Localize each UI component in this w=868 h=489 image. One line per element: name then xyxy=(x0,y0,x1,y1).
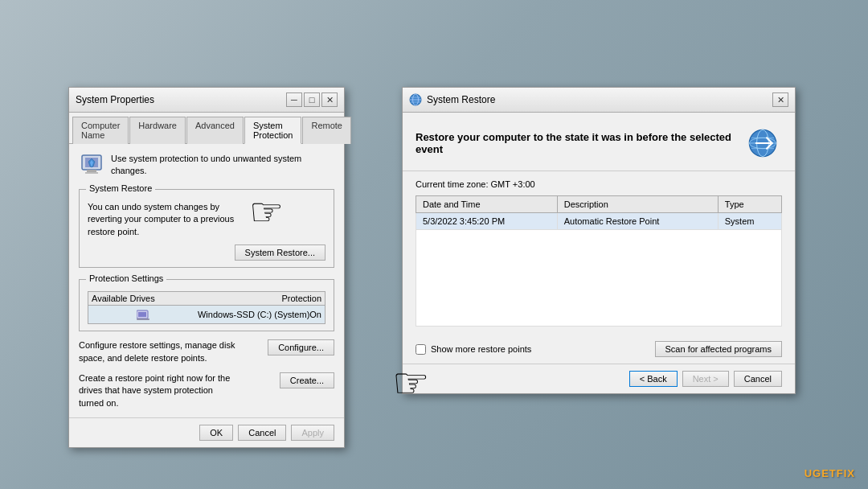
protection-list: Available Drives Protection Windows-SSD … xyxy=(88,291,326,324)
plist-row[interactable]: Windows-SSD (C:) (System) On xyxy=(88,306,325,323)
system-restore-titlebar: System Restore ✕ xyxy=(403,88,795,113)
close-button[interactable]: ✕ xyxy=(321,92,338,107)
ok-button[interactable]: OK xyxy=(199,425,233,441)
system-restore-dialog: System Restore ✕ Restore your computer t… xyxy=(402,87,796,394)
create-description: Create a restore point right now for the… xyxy=(79,372,240,409)
protection-settings-group: Protection Settings Available Drives Pro… xyxy=(79,279,334,331)
restore-header-text: Restore your computer to the state it wa… xyxy=(416,131,743,155)
tab-computer-name[interactable]: Computer Name xyxy=(72,117,129,144)
maximize-button[interactable]: □ xyxy=(304,92,320,107)
create-button[interactable]: Create... xyxy=(280,372,334,388)
svg-rect-5 xyxy=(138,312,146,317)
plist-header: Available Drives Protection xyxy=(88,292,325,306)
section-description: Use system protection to undo unwanted s… xyxy=(111,153,334,178)
restore-point-description: Automatic Restore Point xyxy=(557,213,718,230)
col-description: Description xyxy=(557,196,718,213)
tabs-bar: Computer Name Hardware Advanced System P… xyxy=(69,113,344,144)
system-protection-icon xyxy=(79,152,104,178)
restore-header: Restore your computer to the state it wa… xyxy=(403,113,795,171)
system-properties-titlebar: System Properties ─ □ ✕ xyxy=(69,88,344,113)
watermark: UGETFIX xyxy=(805,467,855,479)
configure-description: Configure restore settings, manage disk … xyxy=(79,339,240,364)
timezone-label: Current time zone: GMT +3:00 xyxy=(416,179,782,189)
configure-section: Configure restore settings, manage disk … xyxy=(79,339,334,364)
restore-titlebar-controls: ✕ xyxy=(772,92,788,107)
system-restore-button[interactable]: System Restore... xyxy=(235,244,326,261)
restore-point-row[interactable]: 5/3/2022 3:45:20 PM Automatic Restore Po… xyxy=(416,213,782,230)
col-type: Type xyxy=(718,196,781,213)
globe-small-icon xyxy=(409,93,422,106)
titlebar-controls: ─ □ ✕ xyxy=(286,92,338,107)
restore-cancel-button[interactable]: Cancel xyxy=(734,371,782,387)
svg-rect-2 xyxy=(87,170,96,172)
apply-button[interactable]: Apply xyxy=(291,425,334,441)
restore-points-table: Date and Time Description Type 5/3/2022 … xyxy=(416,195,782,327)
restore-close-button[interactable]: ✕ xyxy=(772,92,788,107)
svg-rect-6 xyxy=(137,318,149,320)
section-header: Use system protection to undo unwanted s… xyxy=(79,152,334,178)
configure-button[interactable]: Configure... xyxy=(268,339,334,355)
col-datetime: Date and Time xyxy=(416,196,558,213)
system-properties-footer: OK Cancel Apply xyxy=(69,417,344,447)
system-properties-dialog: System Properties ─ □ ✕ Computer Name Ha… xyxy=(68,87,345,448)
cancel-button[interactable]: Cancel xyxy=(238,425,286,441)
system-restore-group-title: System Restore xyxy=(86,183,155,193)
show-more-checkbox-label[interactable]: Show more restore points xyxy=(416,344,531,355)
back-button[interactable]: < Back xyxy=(629,371,678,387)
watermark-accent: ET xyxy=(821,467,837,479)
tab-advanced[interactable]: Advanced xyxy=(186,117,244,144)
system-restore-group: System Restore You can undo system chang… xyxy=(79,189,334,268)
system-restore-description: You can undo system changes by reverting… xyxy=(88,201,244,238)
system-restore-title: System Restore xyxy=(409,93,495,106)
next-button[interactable]: Next > xyxy=(682,371,729,387)
watermark-prefix: UG xyxy=(805,467,822,479)
restore-body: Current time zone: GMT +3:00 Date and Ti… xyxy=(403,171,795,335)
svg-rect-3 xyxy=(85,172,98,174)
restore-globe-icon xyxy=(743,124,782,162)
protection-settings-title: Protection Settings xyxy=(86,273,166,283)
system-properties-title: System Properties xyxy=(76,94,154,105)
tab-remote[interactable]: Remote xyxy=(302,117,351,144)
drive-icon xyxy=(92,308,194,321)
create-section: Create a restore point right now for the… xyxy=(79,372,334,409)
system-properties-body: Use system protection to undo unwanted s… xyxy=(69,144,344,417)
restore-footer-options: Show more restore points Scan for affect… xyxy=(403,335,795,364)
show-more-checkbox[interactable] xyxy=(416,344,426,355)
restore-point-datetime: 5/3/2022 3:45:20 PM xyxy=(416,213,558,230)
restore-point-type: System xyxy=(718,213,781,230)
watermark-suffix: FIX xyxy=(837,467,855,479)
system-restore-content: You can undo system changes by reverting… xyxy=(88,201,326,261)
minimize-button[interactable]: ─ xyxy=(286,92,302,107)
tab-hardware[interactable]: Hardware xyxy=(129,117,186,144)
tab-system-protection[interactable]: System Protection xyxy=(244,117,302,144)
scan-affected-button[interactable]: Scan for affected programs xyxy=(655,341,782,357)
restore-footer-buttons: < Back Next > Cancel xyxy=(403,364,795,393)
